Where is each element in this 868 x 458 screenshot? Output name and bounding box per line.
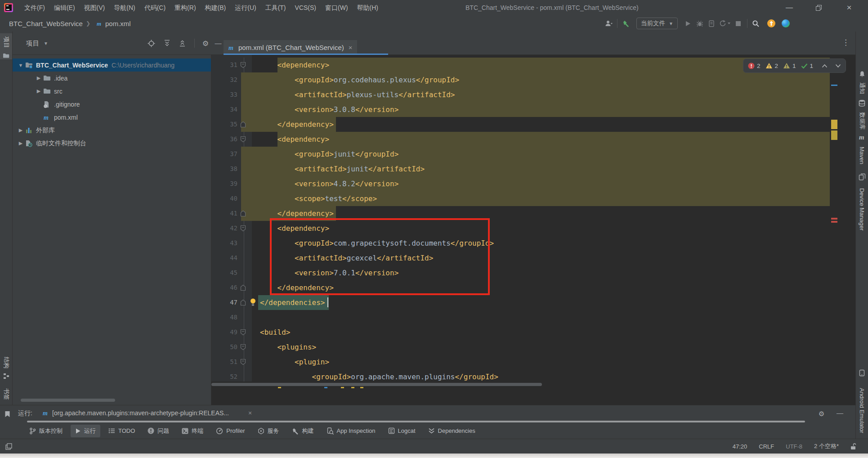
run-panel-scrollbar[interactable] — [27, 421, 805, 422]
stripe-tab-bell[interactable]: 通知 — [856, 78, 868, 98]
build-hammer-icon[interactable] — [620, 18, 632, 29]
intention-bulb-icon[interactable] — [249, 298, 257, 307]
toolwindow-button-git-branch[interactable]: 版本控制 — [25, 425, 67, 437]
code-line-45[interactable]: 45 <version>7.0.1</version> — [211, 265, 855, 280]
chevron-right-icon[interactable]: ▶ — [36, 88, 41, 94]
run-settings-gear-icon[interactable]: ⚙ — [819, 410, 824, 418]
tab-options-kebab-icon[interactable]: ⋮ — [842, 38, 850, 47]
close-tab-icon[interactable]: × — [349, 44, 353, 51]
line-separator[interactable]: CRLF — [759, 443, 774, 450]
tree-row-.idea[interactable]: ▶.idea — [13, 72, 211, 85]
chevron-right-icon[interactable]: ▶ — [36, 75, 41, 81]
run-with-coverage-button[interactable] — [717, 18, 733, 29]
toolwindow-button-app-inspection[interactable]: App Inspection — [322, 425, 380, 437]
tree-row-pom.xml[interactable]: mpom.xml — [13, 111, 211, 124]
menu-item-3[interactable]: 导航(N) — [109, 0, 139, 15]
menu-item-9[interactable]: VCS(S) — [291, 0, 321, 15]
chevron-right-icon[interactable]: ▶ — [18, 127, 23, 133]
fold-end-icon[interactable] — [240, 284, 246, 291]
toolwindow-button-services[interactable]: 服务 — [253, 425, 284, 437]
toolwindow-button-play[interactable]: 运行 — [71, 425, 100, 437]
readonly-lock-icon[interactable] — [850, 443, 856, 450]
stripe-tab-project[interactable]: 项目 — [0, 34, 12, 50]
stripe-tab-structure[interactable]: 结构 — [0, 354, 12, 372]
toolwindow-button-todo[interactable]: TODO — [104, 425, 139, 436]
code-line-38[interactable]: 38 <artifactId>junit</artifactId> — [211, 162, 855, 176]
run-button[interactable] — [682, 18, 694, 29]
run-configuration-select[interactable]: 当前文件▼ — [636, 18, 678, 29]
code-line-46[interactable]: 46 </dependency> — [211, 280, 855, 295]
code-line-35[interactable]: 35 </dependency> — [211, 117, 855, 132]
code-line-47[interactable]: 47</dependencies> — [211, 295, 855, 310]
editor-tab-pom[interactable]: m pom.xml (BTC_Chart_WebService) × — [224, 40, 357, 55]
stripe-tab-emulator[interactable]: Android Emulator — [856, 379, 868, 442]
indent-style[interactable]: 2 个空格* — [814, 442, 839, 450]
menu-item-7[interactable]: 运行(U) — [230, 0, 260, 15]
menu-item-1[interactable]: 编辑(E) — [49, 0, 80, 15]
panel-settings-gear-icon[interactable]: ⚙ — [200, 37, 211, 49]
stripe-mark-error[interactable] — [831, 218, 837, 220]
hide-tool-windows-icon[interactable] — [5, 443, 12, 450]
stripe-mark-warning[interactable] — [831, 120, 837, 129]
tree-row-src[interactable]: ▶src — [13, 85, 211, 98]
stripe-tab-device[interactable]: Device Manager — [856, 182, 868, 237]
code-line-51[interactable]: 51 <plugin> — [211, 355, 855, 369]
tree-row--[interactable]: ▶临时文件和控制台 — [13, 137, 211, 150]
toolwindow-button-logcat[interactable]: Logcat — [384, 425, 420, 436]
stripe-tab-bookmark[interactable]: 书签 — [0, 385, 12, 403]
code-line-50[interactable]: 50 <plugins> — [211, 340, 855, 355]
tree-row-BTC_Chart_WebService[interactable]: ▼BTC_Chart_WebServiceC:\Users\richardhua… — [13, 58, 211, 72]
code-line-33[interactable]: 33 <artifactId>plexus-utils</artifactId> — [211, 87, 855, 102]
chevron-right-icon[interactable]: ▶ — [18, 140, 23, 146]
collapse-all-icon[interactable] — [176, 37, 188, 49]
menu-item-10[interactable]: 窗口(W) — [321, 0, 353, 15]
ide-feature-icon[interactable] — [780, 18, 792, 29]
tree-row-.gitignore[interactable]: .gitignore — [13, 98, 211, 111]
stripe-tab-maven[interactable]: Maven — [856, 142, 868, 168]
code-line-36[interactable]: 36 <dependency> — [211, 132, 855, 147]
close-run-tab-icon[interactable]: × — [248, 409, 252, 417]
fold-start-icon[interactable] — [240, 62, 246, 68]
editor-horizontal-scrollbar[interactable] — [211, 383, 542, 386]
fold-start-icon[interactable] — [240, 359, 246, 365]
chevron-down-icon[interactable]: ▼ — [18, 63, 23, 68]
restore-button[interactable] — [809, 0, 828, 15]
project-view-selector[interactable]: 项目 — [26, 39, 39, 48]
code-line-41[interactable]: 41 </dependency> — [211, 206, 855, 221]
breadcrumb-project[interactable]: BTC_Chart_WebService — [9, 20, 83, 27]
profile-user-icon[interactable] — [603, 18, 614, 29]
toolwindow-button-terminal[interactable]: 终端 — [177, 425, 208, 437]
expand-all-icon[interactable] — [161, 37, 173, 49]
project-horizontal-scrollbar[interactable] — [21, 399, 115, 402]
menu-item-8[interactable]: 工具(T) — [261, 0, 291, 15]
stop-button[interactable] — [733, 18, 744, 29]
fold-start-icon[interactable] — [240, 329, 246, 336]
fold-start-icon[interactable] — [240, 136, 246, 143]
hide-run-panel-icon[interactable]: — — [837, 409, 843, 417]
menu-item-0[interactable]: 文件(F) — [20, 0, 49, 15]
fold-start-icon[interactable] — [240, 344, 246, 350]
caret-position[interactable]: 47:20 — [733, 443, 747, 450]
breadcrumb-file[interactable]: pom.xml — [105, 20, 131, 27]
code-line-39[interactable]: 39 <version>4.8.2</version> — [211, 176, 855, 191]
fold-end-icon[interactable] — [240, 299, 246, 306]
menu-item-11[interactable]: 帮助(H) — [353, 0, 383, 15]
code-line-52[interactable]: 52 <groupId>org.apache.maven.plugins</gr… — [211, 369, 855, 382]
fold-end-icon[interactable] — [240, 121, 246, 128]
chevron-down-icon[interactable]: ▼ — [44, 41, 48, 46]
tree-row--[interactable]: ▶外部库 — [13, 124, 211, 137]
bookmark-flag-icon[interactable] — [4, 411, 10, 418]
code-line-48[interactable]: 48 — [211, 310, 855, 325]
toolwindow-button-hammer[interactable]: 构建 — [287, 425, 318, 437]
menu-item-5[interactable]: 重构(R) — [170, 0, 200, 15]
inspections-widget[interactable]: 2 2 1 1 — [743, 58, 846, 73]
fold-start-icon[interactable] — [240, 225, 246, 232]
stripe-mark-info[interactable] — [831, 85, 837, 86]
run-tab-label[interactable]: [org.apache.maven.plugins:maven-archetyp… — [52, 409, 229, 417]
menu-item-2[interactable]: 视图(V) — [80, 0, 110, 15]
profiler-button[interactable] — [706, 18, 717, 29]
stripe-mark-warning[interactable] — [831, 130, 837, 140]
hide-panel-icon[interactable]: — — [212, 37, 224, 49]
editor-pane[interactable]: 31 <dependency>32 <groupId>org.codehaus.… — [211, 55, 855, 382]
stripe-mark-error[interactable] — [831, 221, 837, 223]
